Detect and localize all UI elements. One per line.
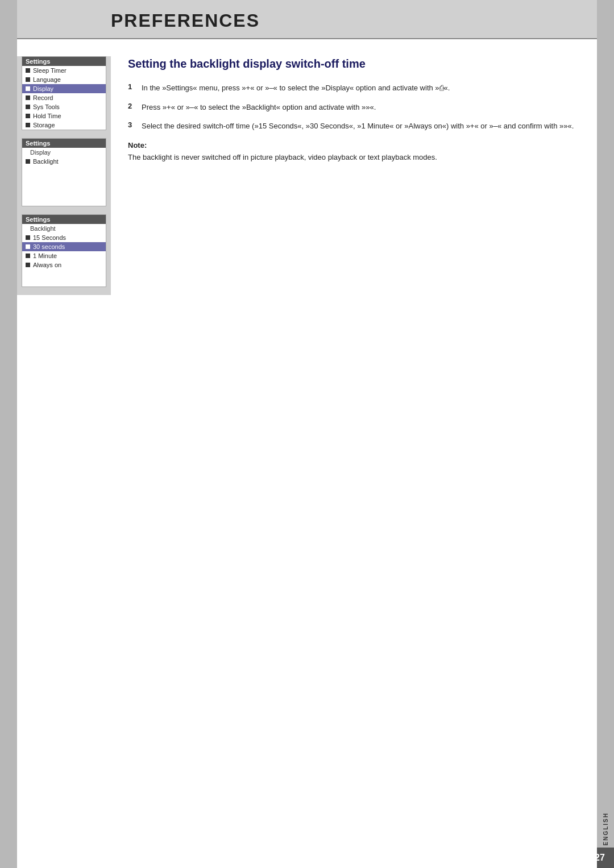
content-area: Settings Sleep Timer Language Display Re… xyxy=(17,39,597,295)
menu-empty-space xyxy=(22,166,106,206)
left-strip xyxy=(0,0,17,868)
bullet-icon xyxy=(26,86,30,91)
bullet-icon xyxy=(26,105,30,109)
step-text-1: In the »Settings« menu, press »+« or »–«… xyxy=(142,82,450,94)
step-num-2: 2 xyxy=(128,102,142,110)
bullet-icon xyxy=(26,95,30,100)
step-3: 3 Select the desired switch-off time (»1… xyxy=(128,121,574,132)
step-text-3: Select the desired switch-off time (»15 … xyxy=(142,121,574,132)
menu-item-label: Language xyxy=(33,76,61,83)
menu-item-label: Sys Tools xyxy=(33,103,60,110)
main-content: PREFERENCES Settings Sleep Timer Languag… xyxy=(17,0,597,868)
menu-item-record[interactable]: Record xyxy=(22,93,106,102)
right-panel: Setting the backlight display switch-off… xyxy=(111,56,597,295)
step-text-2: Press »+« or »–« to select the »Backligh… xyxy=(142,102,376,113)
menu-item-storage[interactable]: Storage xyxy=(22,121,106,130)
menu-item-label: Record xyxy=(33,94,53,101)
bullet-icon xyxy=(26,244,30,249)
bullet-icon xyxy=(26,263,30,267)
menu-header-1: Settings xyxy=(22,57,106,66)
menu-empty-space-2 xyxy=(22,269,106,286)
note-text: The backlight is never switched off in p… xyxy=(128,152,574,163)
language-label: ENGLISH xyxy=(603,812,609,845)
menu-item-label: Backlight xyxy=(33,158,59,165)
menu-item-30seconds[interactable]: 30 seconds xyxy=(22,242,106,251)
menu-item-backlight[interactable]: Backlight xyxy=(22,157,106,166)
note-label: Note: xyxy=(128,141,574,149)
step-2: 2 Press »+« or »–« to select the »Backli… xyxy=(128,102,574,113)
menu-item-language[interactable]: Language xyxy=(22,75,106,84)
steps-list: 1 In the »Settings« menu, press »+« or »… xyxy=(128,82,574,132)
bullet-icon xyxy=(26,114,30,118)
menu-item-label: 30 seconds xyxy=(33,243,65,250)
note-block: Note: The backlight is never switched of… xyxy=(128,141,574,163)
section-title: Setting the backlight display switch-off… xyxy=(128,56,574,71)
menu-item-label: 15 Seconds xyxy=(33,234,66,241)
left-panel: Settings Sleep Timer Language Display Re… xyxy=(17,56,111,295)
menu-item-label: Always on xyxy=(33,261,61,268)
menu-header-2: Settings xyxy=(22,139,106,148)
menu-item-15seconds[interactable]: 15 Seconds xyxy=(22,233,106,242)
menu-box-3: Settings Backlight 15 Seconds 30 seconds… xyxy=(22,214,106,287)
bullet-icon xyxy=(26,77,30,82)
step-1: 1 In the »Settings« menu, press »+« or »… xyxy=(128,82,574,94)
page-header: PREFERENCES xyxy=(17,0,597,39)
menu-box-1: Settings Sleep Timer Language Display Re… xyxy=(22,56,106,130)
menu-item-display[interactable]: Display xyxy=(22,84,106,93)
menu-item-1minute[interactable]: 1 Minute xyxy=(22,251,106,260)
bullet-icon xyxy=(26,159,30,164)
menu-item-label: 1 Minute xyxy=(33,252,57,259)
menu-item-label: Display xyxy=(33,85,53,92)
menu-item-label: Sleep Timer xyxy=(33,67,67,74)
menu-item-hold-time[interactable]: Hold Time xyxy=(22,111,106,121)
step-num-3: 3 xyxy=(128,121,142,129)
bullet-icon xyxy=(26,68,30,73)
page-title: PREFERENCES xyxy=(111,10,574,31)
bullet-icon xyxy=(26,235,30,240)
menu-subheader-2: Display xyxy=(22,148,106,157)
menu-item-label: Hold Time xyxy=(33,113,61,119)
menu-box-2: Settings Display Backlight xyxy=(22,138,106,206)
menu-header-3: Settings xyxy=(22,215,106,224)
bullet-icon xyxy=(26,254,30,258)
bullet-icon xyxy=(26,123,30,127)
menu-item-always-on[interactable]: Always on xyxy=(22,260,106,269)
menu-item-sys-tools[interactable]: Sys Tools xyxy=(22,102,106,111)
step-num-1: 1 xyxy=(128,82,142,91)
menu-item-label: Storage xyxy=(33,122,55,128)
menu-subheader-3: Backlight xyxy=(22,224,106,233)
right-strip: ENGLISH xyxy=(597,0,614,868)
menu-item-sleep-timer[interactable]: Sleep Timer xyxy=(22,66,106,75)
